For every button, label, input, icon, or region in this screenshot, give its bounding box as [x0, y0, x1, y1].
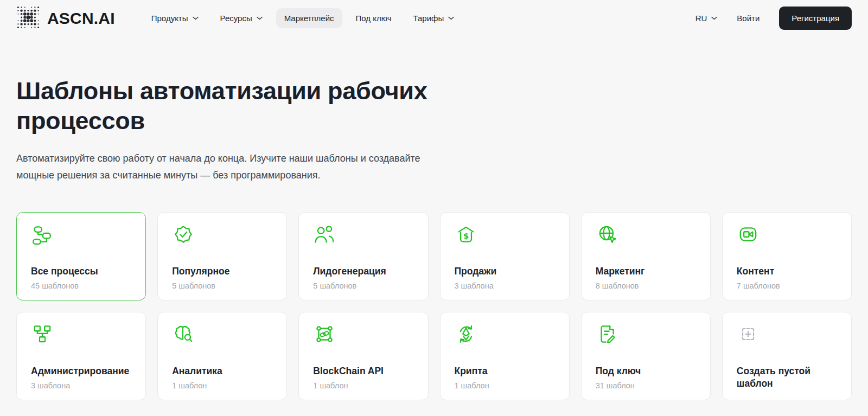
document-edit-icon [596, 323, 696, 345]
page-title: Шаблоны автоматизации рабочих процессов [16, 76, 494, 136]
brain-search-icon [172, 323, 272, 345]
category-title: Лидогенерация [313, 265, 413, 278]
category-count: 5 шаблонов [313, 281, 413, 290]
chevron-down-icon [257, 16, 263, 20]
category-title: Маркетинг [596, 265, 696, 278]
brand[interactable]: ASCN.AI [16, 5, 115, 31]
category-title: Крипта [455, 365, 555, 377]
category-title: BlockChain API [313, 365, 413, 377]
category-title: Под ключ [596, 365, 696, 377]
category-count: 31 шаблон [596, 381, 696, 390]
chevron-down-icon [711, 16, 717, 20]
nav-item-pricing[interactable]: Тарифы [405, 8, 463, 28]
category-card-administration[interactable]: Администрирование 3 шаблона [16, 312, 146, 400]
video-camera-icon [737, 223, 837, 246]
category-title: Администрирование [31, 365, 131, 377]
category-title: Популярное [172, 265, 272, 278]
nav-item-resources[interactable]: Ресурсы [212, 8, 271, 28]
brand-name: ASCN.AI [47, 9, 115, 28]
nav-item-label: Ресурсы [220, 14, 252, 23]
globe-cursor-icon [596, 223, 696, 246]
category-count: 1 шаблон [172, 381, 272, 390]
logo-icon [16, 5, 40, 31]
category-card-create-blank[interactable]: Создать пустой шаблон [722, 312, 852, 400]
language-selector[interactable]: RU [695, 14, 718, 23]
category-count: 45 шаблонов [31, 281, 131, 290]
chevron-down-icon [448, 16, 454, 20]
svg-text:$: $ [463, 231, 468, 240]
category-card-all-processes[interactable]: Все процессы 45 шаблонов [16, 212, 146, 300]
category-title: Продажи [455, 265, 555, 278]
category-card-sales[interactable]: $ Продажи 3 шаблона [440, 212, 570, 300]
category-count: 3 шаблона [455, 281, 555, 290]
workflow-icon [31, 223, 131, 246]
header-actions: RU Войти Регистрация [695, 7, 852, 30]
nav-item-label: Под ключ [356, 14, 392, 23]
language-label: RU [695, 14, 707, 23]
category-card-leadgen[interactable]: Лидогенерация 5 шаблонов [298, 212, 428, 300]
category-card-blockchain-api[interactable]: BlockChain API 1 шаблон [298, 312, 428, 400]
category-count: 1 шаблон [313, 381, 413, 390]
nav-item-label: Тарифы [413, 14, 444, 23]
blockchain-icon [313, 323, 413, 345]
category-title: Контент [737, 265, 837, 278]
nav-item-turnkey[interactable]: Под ключ [348, 8, 400, 28]
login-link[interactable]: Войти [737, 14, 760, 23]
users-icon [313, 223, 413, 246]
category-card-turnkey[interactable]: Под ключ 31 шаблон [581, 312, 711, 400]
category-count: 3 шаблона [31, 381, 131, 390]
main-nav: Продукты Ресурсы Маркетплейс Под ключ Та… [143, 8, 462, 28]
nav-item-marketplace[interactable]: Маркетплейс [276, 8, 342, 28]
nav-item-label: Продукты [151, 14, 188, 23]
crypto-refresh-icon [455, 323, 555, 345]
page-subtitle: Автоматизируйте свою работу от начала до… [16, 150, 422, 184]
category-grid: Все процессы 45 шаблонов Популярное 5 ша… [16, 212, 852, 400]
sales-dollar-icon: $ [455, 223, 555, 246]
category-card-content[interactable]: Контент 7 шаблонов [722, 212, 852, 300]
category-card-marketing[interactable]: Маркетинг 8 шаблонов [581, 212, 711, 300]
category-count: 5 шаблонов [172, 281, 272, 290]
category-count: 8 шаблонов [596, 281, 696, 290]
nav-item-label: Маркетплейс [284, 14, 334, 23]
category-title: Создать пустой шаблон [737, 365, 837, 390]
category-count: 1 шаблон [455, 381, 555, 390]
nav-item-products[interactable]: Продукты [143, 8, 207, 28]
category-card-popular[interactable]: Популярное 5 шаблонов [157, 212, 287, 300]
main-content: Шаблоны автоматизации рабочих процессов … [0, 76, 868, 400]
badge-check-icon [172, 223, 272, 246]
chevron-down-icon [193, 16, 199, 20]
header: ASCN.AI Продукты Ресурсы Маркетплейс Под… [0, 0, 868, 36]
category-count: 7 шаблонов [737, 281, 837, 290]
signup-button[interactable]: Регистрация [779, 7, 852, 30]
category-title: Все процессы [31, 265, 131, 278]
add-template-icon [737, 323, 837, 345]
category-card-crypto[interactable]: Крипта 1 шаблон [440, 312, 570, 400]
category-card-analytics[interactable]: Аналитика 1 шаблон [157, 312, 287, 400]
org-chart-icon [31, 323, 131, 345]
category-title: Аналитика [172, 365, 272, 377]
